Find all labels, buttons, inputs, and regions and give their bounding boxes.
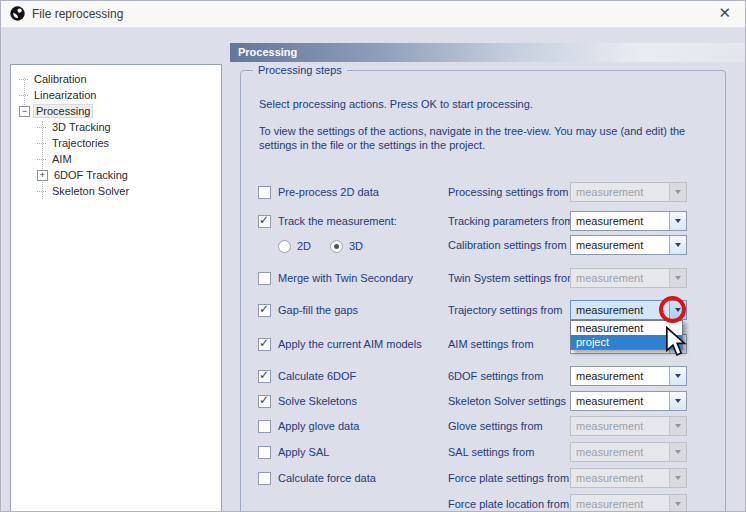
combo-dropdown-button[interactable] xyxy=(669,212,686,230)
tree-item-aim[interactable]: AIM xyxy=(11,151,221,167)
tree-item-label: Calibration xyxy=(32,73,89,85)
chevron-down-icon xyxy=(675,190,681,194)
combo-force-plate-settings-from: measurement xyxy=(570,468,687,488)
radio-dot xyxy=(334,244,339,249)
intro-line-1: Select processing actions. Press OK to s… xyxy=(259,98,533,110)
tree-item-processing[interactable]: −Processing xyxy=(11,103,221,119)
combo-dropdown-button[interactable] xyxy=(669,367,686,385)
tree-item-6dof-tracking[interactable]: +6DOF Tracking xyxy=(11,167,221,183)
checkbox-label: Calculate force data xyxy=(278,472,376,484)
tree-item-label: 6DOF Tracking xyxy=(52,169,130,181)
combo-value: measurement xyxy=(571,495,669,512)
combo-value: measurement xyxy=(571,212,669,230)
checkmark-icon: ✓ xyxy=(259,213,269,227)
groupbox-title: Processing steps xyxy=(253,64,347,76)
chevron-down-icon xyxy=(675,399,681,403)
radio-3d[interactable] xyxy=(330,240,343,253)
combo-dropdown-button xyxy=(669,269,686,287)
radio-label: 3D xyxy=(349,240,363,252)
chevron-down-icon xyxy=(675,374,681,378)
setting-label-calibration-settings-from: Calibration settings from xyxy=(448,235,567,255)
checkbox-row-apply-the-current-aim-models: ✓Apply the current AIM models xyxy=(258,334,422,354)
annotation-red-circle xyxy=(659,296,686,323)
combo-value: measurement xyxy=(571,443,669,461)
combo-value: measurement xyxy=(571,301,669,319)
checkbox-label: Solve Skeletons xyxy=(278,395,357,407)
combo-dropdown-button xyxy=(669,495,686,512)
collapse-icon[interactable]: − xyxy=(19,106,30,117)
chevron-down-icon xyxy=(675,502,681,506)
checkbox-label: Calculate 6DOF xyxy=(278,370,356,382)
checkmark-icon: ✓ xyxy=(259,302,269,316)
setting-label-trajectory-settings-from: Trajectory settings from xyxy=(448,300,563,320)
tree-item-calibration[interactable]: Calibration xyxy=(11,71,221,87)
checkbox-row-solve-skeletons: ✓Solve Skeletons xyxy=(258,391,357,411)
tree-item-label: Trajectories xyxy=(50,137,111,149)
intro-line-2: To view the settings of the actions, nav… xyxy=(259,124,713,152)
tree-connector xyxy=(37,159,46,160)
checkbox-label: Apply glove data xyxy=(278,420,359,432)
title-bar: File reprocessing ✕ xyxy=(0,0,746,28)
combo-value: measurement xyxy=(571,183,669,201)
close-icon[interactable]: ✕ xyxy=(718,5,731,21)
combo-dropdown-button[interactable] xyxy=(669,236,686,254)
checkbox-gap-fill-the-gaps[interactable]: ✓ xyxy=(258,304,271,317)
combo-force-plate-location-from: measurement xyxy=(570,494,687,512)
checkbox-row-merge-with-twin-secondary: Merge with Twin Secondary xyxy=(258,268,413,288)
combo-dropdown-button xyxy=(669,469,686,487)
setting-label-sal-settings-from: SAL settings from xyxy=(448,442,534,462)
expand-icon[interactable]: + xyxy=(37,170,48,181)
checkbox-label: Pre-process 2D data xyxy=(278,186,379,198)
app-logo-icon xyxy=(10,6,25,21)
setting-label-6dof-settings-from: 6DOF settings from xyxy=(448,366,543,386)
tree-connector xyxy=(37,127,46,128)
checkbox-calculate-6dof[interactable]: ✓ xyxy=(258,370,271,383)
checkbox-apply-sal[interactable] xyxy=(258,446,271,459)
tree-item-label: Processing xyxy=(34,105,92,117)
combo-skeleton-solver-settings[interactable]: measurement xyxy=(570,391,687,411)
tree-item-label: 3D Tracking xyxy=(50,121,113,133)
combo-dropdown-button xyxy=(669,183,686,201)
combo-tracking-parameters-from[interactable]: measurement xyxy=(570,211,687,231)
setting-label-force-plate-location-from: Force plate location from xyxy=(448,494,569,512)
window-title: File reprocessing xyxy=(32,7,123,21)
combo-dropdown-button xyxy=(669,443,686,461)
tree-item-linearization[interactable]: Linearization xyxy=(11,87,221,103)
checkbox-pre-process-2d-data[interactable] xyxy=(258,186,271,199)
checkbox-apply-the-current-aim-models[interactable]: ✓ xyxy=(258,338,271,351)
combo-dropdown-button[interactable] xyxy=(669,392,686,410)
chevron-down-icon xyxy=(675,450,681,454)
chevron-down-icon xyxy=(675,424,681,428)
settings-tree[interactable]: CalibrationLinearization−Processing3D Tr… xyxy=(10,64,222,512)
tree-item-label: Linearization xyxy=(32,89,98,101)
tree-item-3d-tracking[interactable]: 3D Tracking xyxy=(11,119,221,135)
checkbox-merge-with-twin-secondary[interactable] xyxy=(258,272,271,285)
radio-label: 2D xyxy=(297,240,311,252)
checkbox-apply-glove-data[interactable] xyxy=(258,420,271,433)
checkbox-label: Apply the current AIM models xyxy=(278,338,422,350)
combo-value: measurement xyxy=(571,392,669,410)
tree-item-skeleton-solver[interactable]: Skeleton Solver xyxy=(11,183,221,199)
checkmark-icon: ✓ xyxy=(259,368,269,382)
checkbox-label: Apply SAL xyxy=(278,446,329,458)
combo-calibration-settings-from[interactable]: measurement xyxy=(570,235,687,255)
checkbox-row-calculate-6dof: ✓Calculate 6DOF xyxy=(258,366,356,386)
checkbox-solve-skeletons[interactable]: ✓ xyxy=(258,395,271,408)
combo-processing-settings-from: measurement xyxy=(570,182,687,202)
tree-connector xyxy=(37,191,46,192)
combo-value: measurement xyxy=(571,236,669,254)
checkbox-label: Track the measurement: xyxy=(278,215,397,227)
radio-2d[interactable] xyxy=(278,240,291,253)
chevron-down-icon xyxy=(675,243,681,247)
combo-glove-settings-from: measurement xyxy=(570,416,687,436)
chevron-down-icon xyxy=(675,276,681,280)
combo-6dof-settings-from[interactable]: measurement xyxy=(570,366,687,386)
tree-item-label: AIM xyxy=(50,153,74,165)
checkbox-row-apply-glove-data: Apply glove data xyxy=(258,416,359,436)
combo-value: measurement xyxy=(571,367,669,385)
checkbox-calculate-force-data[interactable] xyxy=(258,472,271,485)
checkbox-row-apply-sal: Apply SAL xyxy=(258,442,329,462)
setting-label-processing-settings-from: Processing settings from xyxy=(448,182,568,202)
checkbox-track-the-measurement[interactable]: ✓ xyxy=(258,215,271,228)
tree-item-trajectories[interactable]: Trajectories xyxy=(11,135,221,151)
